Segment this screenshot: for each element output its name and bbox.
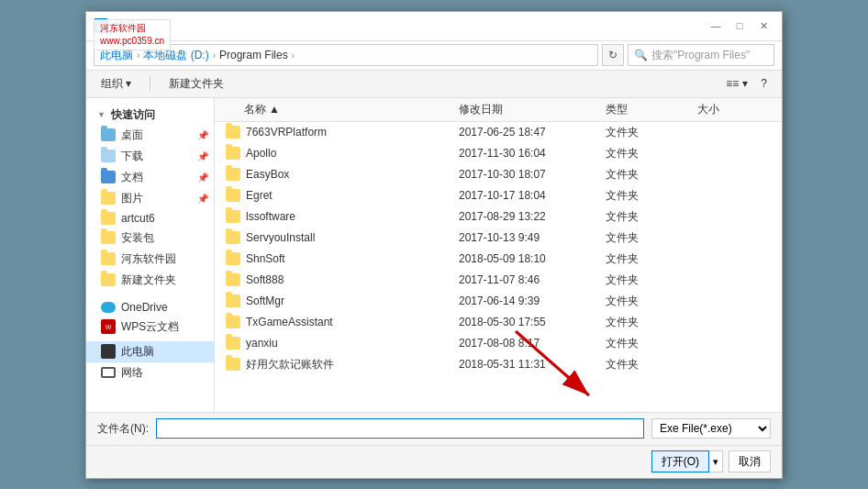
file-date: 2018-05-31 11:31 bbox=[459, 358, 606, 371]
quick-access-label: 快速访问 bbox=[111, 107, 155, 123]
sidebar-item-newfolder[interactable]: 新建文件夹 bbox=[86, 270, 214, 291]
breadcrumb-sep3: › bbox=[292, 50, 295, 61]
file-folder-icon bbox=[226, 210, 240, 223]
sidebar-item-pictures[interactable]: 图片 📌 bbox=[86, 188, 214, 209]
file-name: ServyouInstall bbox=[246, 231, 315, 244]
file-name: TxGameAssistant bbox=[246, 316, 333, 328]
address-bar: 此电脑 › 本地磁盘 (D:) › Program Files › ↻ 🔍 搜索… bbox=[86, 41, 782, 71]
close-button[interactable]: ✕ bbox=[752, 17, 774, 35]
header-type[interactable]: 类型 bbox=[606, 102, 697, 117]
toolbar: 组织 ▾ 新建文件夹 ≡≡ ▾ ? bbox=[86, 71, 782, 98]
file-name-cell: yanxiu bbox=[226, 337, 459, 350]
file-name: ShnSoft bbox=[246, 252, 285, 265]
header-name-sort: ▲ bbox=[269, 103, 280, 116]
search-placeholder: 搜索"Program Files" bbox=[651, 48, 750, 63]
file-name: EasyBox bbox=[246, 168, 289, 181]
search-icon: 🔍 bbox=[634, 49, 648, 61]
file-name: Soft888 bbox=[246, 273, 284, 286]
watermark: 河东软件园 www.pc0359.cn bbox=[94, 19, 171, 50]
table-row[interactable]: EasyBox 2017-10-30 18:07 文件夹 bbox=[215, 164, 782, 185]
sidebar-item-wps[interactable]: W WPS云文档 bbox=[86, 317, 214, 338]
table-row[interactable]: Soft888 2017-11-07 8:46 文件夹 bbox=[215, 270, 782, 291]
file-type: 文件夹 bbox=[606, 167, 697, 183]
search-box[interactable]: 🔍 搜索"Program Files" bbox=[628, 44, 774, 66]
header-name[interactable]: 名称 ▲ bbox=[226, 102, 459, 117]
hedong-folder-icon bbox=[101, 252, 116, 265]
computer-label: 此电脑 bbox=[121, 344, 154, 360]
table-row[interactable]: TxGameAssistant 2018-05-30 17:55 文件夹 bbox=[215, 312, 782, 333]
refresh-button[interactable]: ↻ bbox=[602, 44, 624, 66]
table-row[interactable]: 7663VRPlatform 2017-06-25 18:47 文件夹 bbox=[215, 122, 782, 143]
file-date: 2017-10-13 9:49 bbox=[459, 231, 606, 244]
maximize-button[interactable]: □ bbox=[729, 17, 751, 35]
sidebar-item-computer[interactable]: 此电脑 bbox=[86, 341, 214, 362]
title-bar-controls: — □ ✕ bbox=[705, 17, 774, 35]
file-name: yanxiu bbox=[246, 337, 278, 350]
sidebar-item-install[interactable]: 安装包 bbox=[86, 228, 214, 249]
new-folder-button[interactable]: 新建文件夹 bbox=[165, 74, 228, 94]
filename-input[interactable] bbox=[156, 418, 644, 439]
file-type: 文件夹 bbox=[606, 188, 697, 204]
file-rows-container: 7663VRPlatform 2017-06-25 18:47 文件夹 Apol… bbox=[215, 122, 782, 375]
desktop-pin: 📌 bbox=[197, 130, 208, 140]
wps-icon: W bbox=[101, 319, 116, 334]
file-folder-icon bbox=[226, 252, 240, 265]
table-row[interactable]: ShnSoft 2018-05-09 18:10 文件夹 bbox=[215, 249, 782, 270]
organize-button[interactable]: 组织 ▾ bbox=[97, 74, 135, 94]
table-row[interactable]: Egret 2017-10-17 18:04 文件夹 bbox=[215, 185, 782, 206]
onedrive-label: OneDrive bbox=[121, 301, 168, 314]
file-name: Apollo bbox=[246, 147, 276, 160]
open-button[interactable]: 打开(O) bbox=[651, 450, 709, 472]
table-row[interactable]: yanxiu 2017-08-08 8:17 文件夹 bbox=[215, 333, 782, 354]
table-row[interactable]: Apollo 2017-11-30 16:04 文件夹 bbox=[215, 143, 782, 164]
filename-label: 文件名(N): bbox=[97, 421, 149, 437]
file-name-cell: 好用欠款记账软件 bbox=[226, 357, 459, 372]
breadcrumb-sep1: › bbox=[137, 50, 139, 61]
sidebar-item-artcut6[interactable]: artcut6 bbox=[86, 209, 214, 228]
open-dropdown-button[interactable]: ▾ bbox=[709, 450, 723, 472]
network-label: 网络 bbox=[121, 365, 143, 381]
sidebar-item-docs[interactable]: 文档 📌 bbox=[86, 167, 214, 188]
header-date[interactable]: 修改日期 bbox=[459, 102, 606, 117]
desktop-folder-icon bbox=[101, 128, 116, 141]
file-type: 文件夹 bbox=[606, 125, 697, 140]
sidebar-item-onedrive[interactable]: OneDrive bbox=[86, 298, 214, 317]
file-date: 2018-05-09 18:10 bbox=[459, 252, 606, 265]
watermark-line1: 河东软件园 bbox=[100, 22, 164, 35]
cancel-button[interactable]: 取消 bbox=[729, 450, 771, 472]
table-row[interactable]: ServyouInstall 2017-10-13 9:49 文件夹 bbox=[215, 228, 782, 249]
main-area: ▼ 快速访问 桌面 📌 下载 📌 文档 📌 图片 📌 bbox=[86, 98, 782, 412]
download-pin: 📌 bbox=[197, 151, 208, 161]
file-name-cell: ServyouInstall bbox=[226, 231, 459, 244]
sidebar-item-hedong[interactable]: 河东软件园 bbox=[86, 249, 214, 270]
file-name: 好用欠款记账软件 bbox=[246, 357, 334, 372]
sidebar-item-desktop[interactable]: 桌面 📌 bbox=[86, 125, 214, 146]
file-date: 2017-10-17 18:04 bbox=[459, 189, 606, 202]
file-name-cell: Soft888 bbox=[226, 273, 459, 286]
view-button[interactable]: ≡≡ ▾ bbox=[722, 75, 751, 92]
content-area: 名称 ▲ 修改日期 类型 大小 7663VRPlatform 2017-06 bbox=[215, 98, 782, 412]
table-row[interactable]: lssoftware 2017-08-29 13:22 文件夹 bbox=[215, 206, 782, 228]
header-date-label: 修改日期 bbox=[459, 102, 503, 117]
watermark-line2: www.pc0359.cn bbox=[100, 35, 164, 48]
download-folder-icon bbox=[101, 150, 116, 162]
table-row[interactable]: SoftMgr 2017-06-14 9:39 文件夹 bbox=[215, 291, 782, 312]
file-type: 文件夹 bbox=[606, 357, 697, 372]
sidebar-item-download[interactable]: 下载 📌 bbox=[86, 146, 214, 167]
install-label: 安装包 bbox=[121, 230, 154, 246]
pictures-folder-icon bbox=[101, 192, 116, 205]
minimize-button[interactable]: — bbox=[705, 17, 727, 35]
file-name-cell: TxGameAssistant bbox=[226, 316, 459, 328]
filetype-select[interactable]: Exe File(*.exe) bbox=[651, 418, 771, 439]
file-name-cell: EasyBox bbox=[226, 168, 459, 181]
file-name-cell: Apollo bbox=[226, 147, 459, 160]
pictures-pin: 📌 bbox=[197, 194, 208, 204]
artcut6-folder-icon bbox=[101, 212, 116, 225]
toolbar-right: ≡≡ ▾ ? bbox=[722, 75, 771, 92]
table-row[interactable]: 好用欠款记账软件 2018-05-31 11:31 文件夹 bbox=[215, 354, 782, 375]
file-folder-icon bbox=[226, 295, 240, 307]
help-button[interactable]: ? bbox=[757, 75, 771, 92]
sidebar-item-network[interactable]: 网络 bbox=[86, 362, 214, 383]
action-bar: 打开(O) ▾ 取消 bbox=[86, 445, 782, 478]
header-size[interactable]: 大小 bbox=[697, 102, 771, 117]
